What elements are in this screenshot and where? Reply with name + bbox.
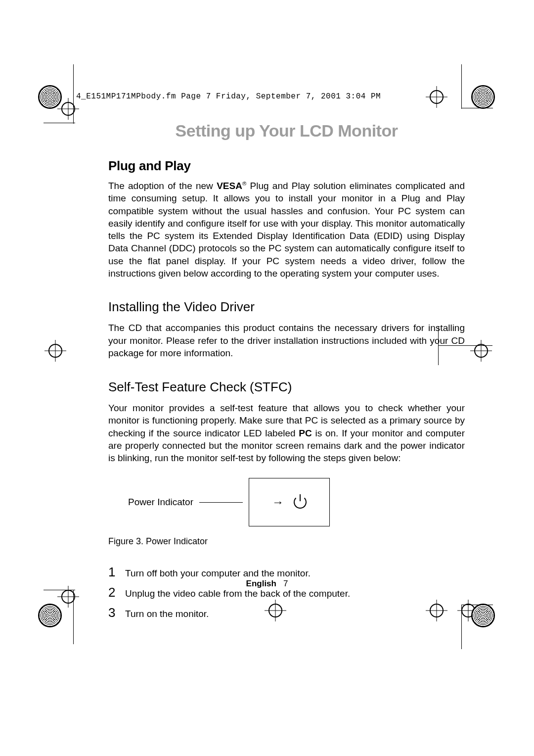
hair-v-tl — [73, 64, 74, 124]
running-header: 4_E151MP171MPbody.fm Page 7 Friday, Sept… — [76, 92, 381, 101]
hair-h-tr — [461, 108, 493, 108]
pc-bold: PC — [299, 428, 312, 438]
para-plug-and-play-b: Plug and Play solution eliminates compli… — [108, 181, 465, 279]
step-1-text: Turn off both your computer and the moni… — [125, 568, 311, 579]
chapter-title: Setting up Your LCD Monitor — [108, 121, 465, 141]
heading-install-driver: Installing the Video Driver — [108, 299, 465, 315]
page-root: 4_E151MP171MPbody.fm Page 7 Friday, Sept… — [0, 0, 534, 756]
figure-3: Power Indicator → — [128, 478, 465, 526]
registered-icon: ® — [242, 181, 246, 187]
heading-stfc: Self-Test Feature Check (STFC) — [108, 379, 465, 395]
figure-3-leader-line — [199, 502, 243, 503]
step-list: 1 Turn off both your computer and the mo… — [108, 565, 465, 620]
hair-h-br — [461, 605, 493, 605]
step-1: 1 Turn off both your computer and the mo… — [108, 565, 465, 580]
step-3-num: 3 — [108, 605, 118, 620]
vesa-bold: VESA — [217, 181, 242, 191]
figure-3-label: Power Indicator — [128, 497, 193, 508]
hair-v-tr — [461, 64, 462, 109]
reg-mark-top-right — [471, 85, 495, 109]
figure-3-caption: Figure 3. Power Indicator — [108, 536, 465, 547]
step-3: 3 Turn on the monitor. — [108, 605, 465, 620]
content-area: Setting up Your LCD Monitor Plug and Pla… — [108, 111, 465, 625]
reg-mark-bot-left — [38, 604, 62, 627]
reg-cross-mid-left — [48, 344, 62, 358]
para-plug-and-play: The adoption of the new VESA® Plug and P… — [108, 180, 465, 280]
footer-lang: English — [246, 579, 276, 588]
figure-3-box: → — [249, 478, 330, 526]
arrow-icon: → — [272, 495, 284, 509]
reg-mark-top-left — [38, 85, 62, 109]
page-footer: English7 — [0, 579, 534, 589]
step-3-text: Turn on the monitor. — [125, 609, 209, 619]
para-plug-and-play-a: The adoption of the new — [108, 181, 217, 191]
step-2-text: Unplug the video cable from the back of … — [125, 588, 350, 599]
reg-cross-top-right — [430, 90, 444, 104]
step-1-num: 1 — [108, 565, 118, 580]
power-icon — [294, 496, 307, 509]
hair-h-tl — [44, 123, 75, 123]
hair-v-bl — [73, 590, 74, 644]
reg-mark-bot-right — [471, 604, 495, 627]
reg-cross-mid-right — [474, 344, 488, 358]
heading-plug-and-play: Plug and Play — [108, 158, 465, 174]
para-stfc: Your monitor provides a self-test featur… — [108, 402, 465, 464]
footer-page-num: 7 — [283, 579, 288, 588]
para-install-driver: The CD that accompanies this product con… — [108, 322, 465, 360]
hair-h-bl — [44, 590, 75, 590]
